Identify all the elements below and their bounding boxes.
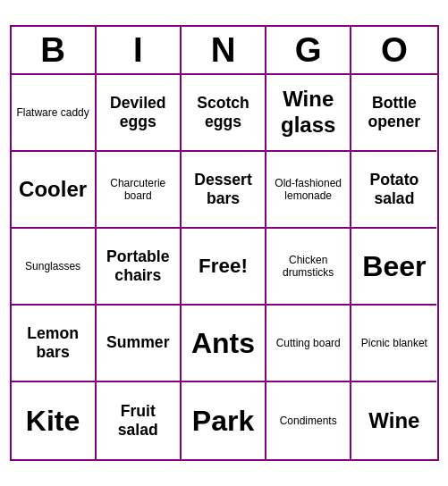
bingo-cell: Sunglasses xyxy=(12,229,97,306)
cell-text: Lemon bars xyxy=(15,324,91,362)
cell-text: Portable chairs xyxy=(100,247,176,285)
cell-text: Condiments xyxy=(280,415,337,427)
bingo-cell: Park xyxy=(182,382,266,459)
cell-text: Wine glass xyxy=(270,87,346,138)
cell-text: Potato salad xyxy=(355,171,433,208)
cell-text: Scotch eggs xyxy=(185,94,261,131)
bingo-cell: Chicken drumsticks xyxy=(266,229,351,306)
bingo-cell: Flatware caddy xyxy=(12,75,97,152)
bingo-cell: Old-fashioned lemonade xyxy=(266,152,351,229)
bingo-cell: Wine xyxy=(351,382,436,459)
bingo-card: BINGO Flatware caddyDeviled eggsScotch e… xyxy=(10,25,439,461)
cell-text: Beer xyxy=(362,249,426,283)
header-letter: G xyxy=(266,27,351,73)
header-letter: N xyxy=(182,27,266,73)
bingo-cell: Kite xyxy=(12,382,97,459)
bingo-cell: Potato salad xyxy=(351,152,436,229)
bingo-cell: Summer xyxy=(97,306,182,382)
bingo-cell: Charcuterie board xyxy=(97,152,182,229)
header-letter: O xyxy=(351,27,436,73)
bingo-cell: Fruit salad xyxy=(97,382,182,459)
cell-text: Cutting board xyxy=(276,337,341,349)
bingo-cell: Portable chairs xyxy=(97,229,182,306)
cell-text: Ants xyxy=(191,326,255,360)
bingo-cell: Dessert bars xyxy=(182,152,266,229)
bingo-cell: Free! xyxy=(182,229,266,306)
bingo-cell: Cutting board xyxy=(266,306,351,382)
bingo-cell: Wine glass xyxy=(266,75,351,152)
bingo-cell: Cooler xyxy=(12,152,97,229)
cell-text: Bottle opener xyxy=(355,94,433,131)
cell-text: Deviled eggs xyxy=(100,94,176,131)
cell-text: Chicken drumsticks xyxy=(270,254,346,280)
cell-text: Kite xyxy=(26,404,80,438)
bingo-cell: Beer xyxy=(351,229,436,306)
cell-text: Free! xyxy=(199,255,248,279)
header-letter: I xyxy=(97,27,182,73)
cell-text: Summer xyxy=(106,333,169,352)
bingo-header: BINGO xyxy=(12,27,437,75)
cell-text: Fruit salad xyxy=(100,402,176,440)
bingo-cell: Bottle opener xyxy=(351,75,436,152)
cell-text: Flatware caddy xyxy=(16,106,89,119)
cell-text: Park xyxy=(192,404,254,438)
bingo-cell: Scotch eggs xyxy=(182,75,266,152)
cell-text: Cooler xyxy=(19,177,87,203)
header-letter: B xyxy=(12,27,97,73)
bingo-cell: Lemon bars xyxy=(12,306,97,382)
bingo-grid: Flatware caddyDeviled eggsScotch eggsWin… xyxy=(12,75,437,459)
cell-text: Old-fashioned lemonade xyxy=(270,177,346,203)
cell-text: Sunglasses xyxy=(25,260,80,272)
cell-text: Dessert bars xyxy=(185,171,261,208)
cell-text: Picnic blanket xyxy=(361,337,427,349)
bingo-cell: Picnic blanket xyxy=(351,306,436,382)
cell-text: Wine xyxy=(368,408,419,434)
bingo-cell: Condiments xyxy=(266,382,351,459)
cell-text: Charcuterie board xyxy=(100,177,176,203)
bingo-cell: Ants xyxy=(182,306,266,382)
bingo-cell: Deviled eggs xyxy=(97,75,182,152)
